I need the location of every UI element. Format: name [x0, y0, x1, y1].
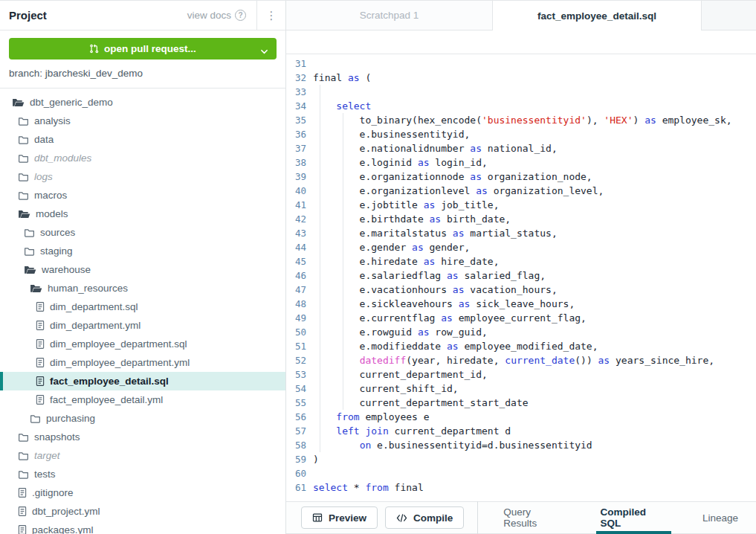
- code-line-58[interactable]: 58 on e.businessentityid=d.businessentit…: [286, 438, 756, 452]
- code-line-32[interactable]: 32final as (: [286, 71, 756, 85]
- tree-item-dbt-modules[interactable]: dbt_modules: [0, 149, 285, 167]
- code-line-39[interactable]: 39 e.organizationnode as organization_no…: [286, 170, 756, 184]
- view-docs-link[interactable]: view docs ?: [187, 10, 256, 21]
- tree-item-warehouse[interactable]: warehouse: [0, 260, 285, 279]
- line-number: 49: [286, 311, 313, 325]
- code-line-47[interactable]: 47 e.vacationhours as vacation_hours,: [286, 283, 756, 297]
- kebab-menu-icon[interactable]: ⋮: [257, 1, 285, 30]
- code-line-46[interactable]: 46 e.salariedflag as salaried_flag,: [286, 268, 756, 283]
- line-number: 52: [286, 353, 313, 367]
- line-number: 39: [286, 170, 313, 184]
- code-line-50[interactable]: 50 e.rowguid as row_guid,: [286, 325, 756, 339]
- help-circle-icon[interactable]: ?: [235, 10, 246, 21]
- tree-item-label: staging: [40, 245, 73, 257]
- tree-item-data[interactable]: data: [0, 130, 285, 149]
- view-docs-label: view docs: [187, 10, 231, 21]
- tree-item-gitignore[interactable]: .gitignore: [0, 483, 285, 502]
- branch-label: branch: jbarcheski_dev_demo: [0, 65, 285, 89]
- code-text: ): [313, 452, 319, 466]
- code-line-55[interactable]: 55 current_department_start_date: [286, 396, 756, 410]
- tree-item-dim-employee-department-yml[interactable]: dim_employee_department.yml: [0, 353, 285, 372]
- line-number: 51: [286, 339, 313, 353]
- line-number: 36: [286, 127, 313, 141]
- tree-item-analysis[interactable]: analysis: [0, 112, 285, 130]
- code-text: current_department_start_date: [313, 396, 529, 410]
- code-text: e.nationalidnumber as national_id,: [313, 141, 558, 155]
- file-icon: [36, 357, 45, 368]
- tree-item-sources[interactable]: sources: [0, 223, 285, 242]
- tree-item-macros[interactable]: macros: [0, 186, 285, 205]
- tree-item-dim-employee-department-sql[interactable]: dim_employee_department.sql: [0, 335, 285, 353]
- code-line-40[interactable]: 40 e.organizationlevel as organization_l…: [286, 184, 756, 198]
- tree-item-dim-department-yml[interactable]: dim_department.yml: [0, 316, 285, 335]
- open-pull-request-button[interactable]: open pull request...: [9, 38, 277, 59]
- tree-item-dbt-project-yml[interactable]: dbt_project.yml: [0, 502, 285, 521]
- folder-icon: [18, 172, 29, 181]
- code-line-41[interactable]: 41 e.jobtitle as job_title,: [286, 198, 756, 212]
- code-line-42[interactable]: 42 e.birthdate as birth_date,: [286, 212, 756, 226]
- result-tabs: Query ResultsCompiled SQLLineage: [485, 501, 756, 534]
- tree-item-label: data: [34, 134, 54, 145]
- code-line-49[interactable]: 49 e.currentflag as employee_current_fla…: [286, 311, 756, 325]
- tree-item-purchasing[interactable]: purchasing: [0, 409, 285, 428]
- tab-fact-employee-detail-sql[interactable]: fact_employee_detail.sql: [493, 1, 702, 30]
- code-line-34[interactable]: 34 select: [286, 99, 756, 113]
- code-line-56[interactable]: 56 from employees e: [286, 410, 756, 424]
- line-number: 41: [286, 198, 313, 212]
- tree-item-dim-department-sql[interactable]: dim_department.sql: [0, 297, 285, 316]
- code-line-54[interactable]: 54 current_shift_id,: [286, 382, 756, 396]
- preview-label: Preview: [329, 512, 366, 524]
- tree-item-staging[interactable]: staging: [0, 242, 285, 260]
- code-line-48[interactable]: 48 e.sickleavehours as sick_leave_hours,: [286, 297, 756, 311]
- tree-item-fact-employee-detail-yml[interactable]: fact_employee_detail.yml: [0, 390, 285, 409]
- code-line-45[interactable]: 45 e.hiredate as hire_date,: [286, 254, 756, 268]
- sql-code-editor[interactable]: 3132final as (3334 select35 to_binary(he…: [286, 54, 756, 501]
- tree-item-logs[interactable]: logs: [0, 167, 285, 186]
- code-line-43[interactable]: 43 e.maritalstatus as martial_status,: [286, 226, 756, 240]
- code-line-38[interactable]: 38 e.loginid as login_id,: [286, 155, 756, 170]
- code-line-35[interactable]: 35 to_binary(hex_encode('businessentityi…: [286, 113, 756, 127]
- code-line-53[interactable]: 53 current_department_id,: [286, 367, 756, 382]
- code-text: to_binary(hex_encode('businessentityid')…: [313, 113, 732, 127]
- tab-scratchpad-1[interactable]: Scratchpad 1: [286, 1, 493, 30]
- git-pull-request-icon: [89, 44, 99, 54]
- code-line-51[interactable]: 51 e.modifieddate as employee_modified_d…: [286, 339, 756, 353]
- tree-item-target[interactable]: target: [0, 446, 285, 465]
- tree-item-label: dim_employee_department.yml: [50, 357, 190, 368]
- tree-item-tests[interactable]: tests: [0, 465, 285, 483]
- folder-icon: [30, 414, 41, 423]
- code-line-59[interactable]: 59): [286, 452, 756, 466]
- tree-item-fact-employee-detail-sql[interactable]: fact_employee_detail.sql: [0, 372, 285, 390]
- bottom-tab-compiled-sql[interactable]: Compiled SQL: [596, 501, 671, 534]
- code-line-60[interactable]: 60: [286, 466, 756, 480]
- code-line-33[interactable]: 33: [286, 85, 756, 99]
- code-text: e.jobtitle as job_title,: [313, 198, 499, 212]
- chevron-down-icon[interactable]: [261, 45, 268, 57]
- tree-item-human-resources[interactable]: human_resources: [0, 279, 285, 297]
- bottom-tab-query-results[interactable]: Query Results: [499, 501, 569, 534]
- code-line-44[interactable]: 44 e.gender as gender,: [286, 240, 756, 254]
- bottom-tab-lineage[interactable]: Lineage: [698, 501, 743, 534]
- code-line-61[interactable]: 61select * from final: [286, 480, 756, 495]
- tree-item-packages-yml[interactable]: packages.yml: [0, 521, 285, 534]
- preview-button[interactable]: Preview: [301, 506, 378, 529]
- code-line-37[interactable]: 37 e.nationalidnumber as national_id,: [286, 141, 756, 155]
- line-number: 60: [286, 466, 313, 480]
- folder-icon: [18, 116, 29, 126]
- folder-icon: [18, 432, 29, 442]
- code-line-57[interactable]: 57 left join current_department d: [286, 424, 756, 438]
- tree-item-models[interactable]: models: [0, 205, 285, 223]
- code-lines: 3132final as (3334 select35 to_binary(he…: [286, 57, 756, 495]
- line-number: 35: [286, 113, 313, 127]
- compile-button[interactable]: Compile: [385, 506, 464, 529]
- tree-item-dbt-generic-demo[interactable]: dbt_generic_demo: [0, 93, 285, 112]
- code-line-31[interactable]: 31: [286, 57, 756, 71]
- file-icon: [36, 301, 45, 312]
- tree-item-label: fact_employee_detail.sql: [50, 376, 169, 387]
- table-grid-icon: [312, 512, 323, 523]
- tree-item-label: dbt_modules: [34, 152, 91, 164]
- tree-item-snapshots[interactable]: snapshots: [0, 428, 285, 446]
- code-line-36[interactable]: 36 e.businessentityid,: [286, 127, 756, 141]
- code-line-52[interactable]: 52 datediff(year, hiredate, current_date…: [286, 353, 756, 367]
- folder-icon: [18, 190, 29, 200]
